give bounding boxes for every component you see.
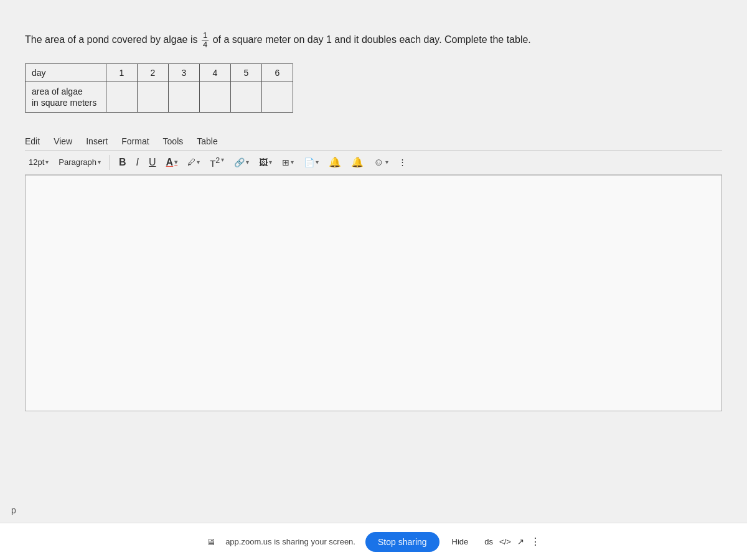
text-color-button[interactable]: A ▾ bbox=[162, 155, 182, 170]
table-cell-6[interactable] bbox=[262, 82, 293, 112]
link-chevron: ▾ bbox=[246, 159, 249, 166]
table-row-label-line1: area of algae bbox=[32, 86, 83, 96]
font-size-dropdown[interactable]: 12pt ▾ bbox=[25, 156, 52, 169]
more-options-icon: ⋮ bbox=[398, 157, 406, 167]
highlight-dropdown[interactable]: 🖊 ▾ bbox=[184, 156, 204, 169]
menu-insert[interactable]: Insert bbox=[86, 136, 108, 146]
problem-text-after: of a square meter on day 1 and it double… bbox=[213, 34, 531, 45]
bold-icon: B bbox=[119, 157, 126, 168]
table-cell-4[interactable] bbox=[200, 82, 231, 112]
text-color-chevron: ▾ bbox=[174, 159, 177, 166]
paragraph-label: Paragraph bbox=[59, 157, 96, 167]
link-dropdown[interactable]: 🔗 ▾ bbox=[230, 156, 253, 169]
image-icon: 🖼 bbox=[259, 157, 268, 167]
table-header-5: 5 bbox=[231, 63, 262, 82]
table-cell-1[interactable] bbox=[106, 82, 138, 112]
font-size-chevron: ▾ bbox=[45, 159, 49, 166]
table-row-label: area of algae in square meters bbox=[26, 82, 106, 112]
font-size-label: 12pt bbox=[29, 157, 44, 167]
sharing-icon: 🖥 bbox=[206, 536, 215, 547]
underline-button[interactable]: U bbox=[145, 155, 160, 170]
fraction-numerator: 1 bbox=[202, 31, 209, 40]
menu-edit[interactable]: Edit bbox=[25, 136, 40, 146]
bell-button[interactable]: 🔔 bbox=[325, 154, 345, 170]
layout-chevron: ▾ bbox=[291, 159, 294, 166]
highlight-icon: 🖊 bbox=[187, 157, 195, 167]
link-icon: 🔗 bbox=[234, 157, 245, 167]
doc-icon: 📄 bbox=[304, 157, 314, 167]
toolbar: 12pt ▾ Paragraph ▾ B I U A ▾ 🖊 ▾ T2 ▾ bbox=[25, 150, 722, 175]
table-header-1: 1 bbox=[106, 63, 138, 82]
smile-icon: ☺ bbox=[374, 157, 383, 168]
underline-icon: U bbox=[149, 157, 156, 168]
p-label: p bbox=[11, 505, 16, 515]
stop-sharing-button[interactable]: Stop sharing bbox=[365, 532, 439, 552]
bottom-bar: 🖥 app.zoom.us is sharing your screen. St… bbox=[0, 523, 747, 560]
italic-icon: I bbox=[136, 157, 139, 168]
superscript-chevron: ▾ bbox=[221, 156, 224, 163]
smile-chevron: ▾ bbox=[385, 159, 388, 166]
code-tag: </> bbox=[499, 537, 511, 546]
menu-view[interactable]: View bbox=[54, 136, 72, 146]
paragraph-chevron: ▾ bbox=[98, 159, 101, 166]
ds-label: ds bbox=[484, 537, 493, 546]
fraction-denominator: 4 bbox=[202, 40, 209, 49]
layout-dropdown[interactable]: ⊞ ▾ bbox=[278, 156, 298, 169]
algae-table: day 1 2 3 4 5 6 area of algae in square … bbox=[25, 63, 293, 113]
table-cell-5[interactable] bbox=[231, 82, 262, 112]
layout-icon: ⊞ bbox=[282, 157, 289, 167]
menu-table[interactable]: Table bbox=[197, 136, 217, 146]
superscript-dropdown[interactable]: T2 ▾ bbox=[206, 154, 228, 170]
table-header-6: 6 bbox=[262, 63, 293, 82]
table-header-2: 2 bbox=[138, 63, 169, 82]
superscript-label: T2 bbox=[210, 156, 220, 169]
editor-area[interactable] bbox=[25, 175, 722, 411]
paragraph-dropdown[interactable]: Paragraph ▾ bbox=[55, 156, 105, 169]
highlight-chevron: ▾ bbox=[197, 159, 200, 166]
italic-button[interactable]: I bbox=[133, 155, 143, 170]
menu-tools[interactable]: Tools bbox=[163, 136, 184, 146]
expand-icon[interactable]: ↗ bbox=[517, 537, 524, 546]
bold-button[interactable]: B bbox=[115, 155, 130, 170]
doc-dropdown[interactable]: 📄 ▾ bbox=[300, 156, 322, 169]
bell2-button[interactable]: 🔔 bbox=[347, 154, 367, 170]
text-color-icon: A bbox=[166, 157, 174, 168]
table-header-3: 3 bbox=[169, 63, 200, 82]
hide-link[interactable]: Hide bbox=[452, 537, 469, 546]
more-options-button[interactable]: ⋮ bbox=[395, 156, 410, 169]
menu-bar: Edit View Insert Format Tools Table bbox=[25, 131, 722, 150]
problem-text: The area of a pond covered by algae is 1… bbox=[25, 31, 722, 50]
menu-format[interactable]: Format bbox=[121, 136, 149, 146]
more-dots-icon[interactable]: ⋮ bbox=[530, 536, 541, 548]
bell-icon: 🔔 bbox=[329, 156, 341, 168]
bottom-right-items: ds </> ↗ ⋮ bbox=[484, 536, 541, 548]
image-dropdown[interactable]: 🖼 ▾ bbox=[255, 156, 276, 169]
table-header-4: 4 bbox=[200, 63, 231, 82]
doc-chevron: ▾ bbox=[316, 159, 319, 166]
fraction: 1 4 bbox=[202, 31, 209, 50]
table-cell-3[interactable] bbox=[169, 82, 200, 112]
sharing-text: app.zoom.us is sharing your screen. bbox=[225, 537, 355, 546]
bell2-icon: 🔔 bbox=[351, 156, 364, 168]
table-row-label-line2: in square meters bbox=[32, 98, 96, 108]
image-chevron: ▾ bbox=[269, 159, 272, 166]
table-cell-2[interactable] bbox=[138, 82, 169, 112]
smile-dropdown[interactable]: ☺ ▾ bbox=[370, 155, 392, 170]
problem-text-before: The area of a pond covered by algae is bbox=[25, 34, 198, 45]
table-header-label: day bbox=[26, 63, 106, 82]
toolbar-divider-1 bbox=[110, 155, 110, 170]
